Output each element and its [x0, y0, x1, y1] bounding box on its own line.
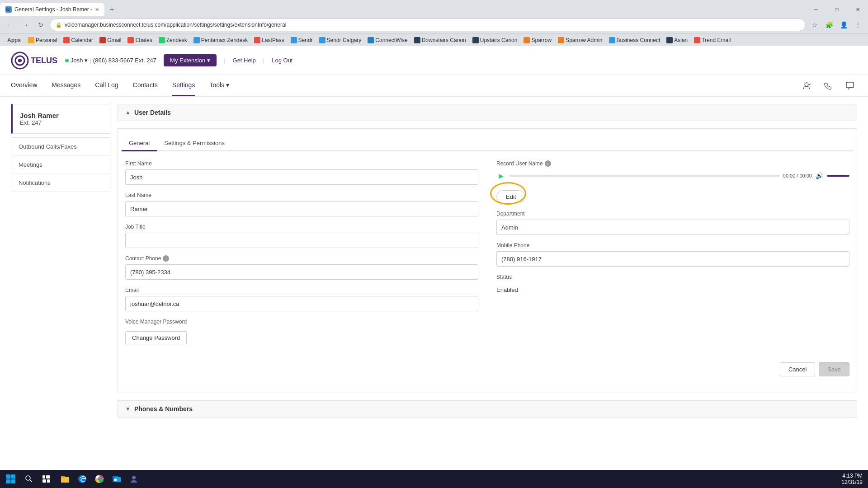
bookmark-ebates[interactable]: Ebates [125, 36, 155, 44]
nav-overview[interactable]: Overview [11, 75, 37, 96]
cancel-button[interactable]: Cancel [780, 362, 815, 376]
play-button[interactable]: ▶ [496, 171, 505, 180]
bookmark-calendar[interactable]: Calendar [61, 36, 96, 44]
nav-settings[interactable]: Settings [172, 75, 195, 96]
contact-phone-group: Contact Phone i [125, 255, 478, 280]
minimize-button[interactable]: ─ [806, 3, 826, 16]
chat-icon [846, 82, 854, 90]
bookmark-zendesk[interactable]: Zendesk [156, 36, 190, 44]
bookmark-lastpass[interactable]: LastPass [251, 36, 287, 44]
volume-icon[interactable]: 🔊 [816, 172, 823, 179]
teams-button[interactable] [126, 471, 142, 487]
my-extension-button[interactable]: My Extension ▾ [164, 54, 217, 66]
start-button[interactable] [2, 470, 20, 488]
chrome-button[interactable] [91, 471, 108, 487]
first-name-input[interactable] [125, 169, 478, 185]
svg-rect-14 [42, 479, 46, 483]
email-label: Email [125, 287, 478, 293]
nav-call-log[interactable]: Call Log [95, 75, 118, 96]
back-button[interactable]: ← [4, 19, 16, 31]
bookmark-personal[interactable]: Personal [25, 36, 60, 44]
separator-2: | [263, 57, 264, 64]
apps-bookmark[interactable]: Apps [4, 36, 24, 44]
sidebar-item-meetings[interactable]: Meetings [11, 156, 110, 174]
browser-tab[interactable]: ⚙ General Settings - Josh Ramer - ✕ [0, 3, 104, 16]
change-password-button[interactable]: Change Password [125, 331, 187, 344]
job-title-input[interactable] [125, 233, 478, 248]
bookmark-pentamax-zendesk[interactable]: Pentamax Zendesk [191, 36, 250, 44]
profile-icon[interactable]: 👤 [837, 19, 850, 31]
bookmark-connectwise[interactable]: ConnectWise [365, 36, 410, 44]
separator-1: | [224, 57, 225, 64]
menu-icon[interactable]: ⋮ [852, 19, 864, 31]
contact-phone-input[interactable] [125, 264, 478, 280]
svg-rect-12 [42, 475, 45, 479]
contacts-icon-button[interactable] [799, 79, 814, 93]
chat-icon-button[interactable] [843, 79, 857, 93]
bookmark-sendr[interactable]: Sendr [288, 36, 316, 44]
bookmark-sparrow-label: Sparrow [531, 37, 552, 43]
bookmark-downstairs-canon[interactable]: Downstairs Canon [411, 36, 469, 44]
page-content: TELUS Josh ▾ | (866) 833-5667 Ext. 247 M… [0, 46, 868, 488]
volume-bar[interactable] [827, 175, 849, 177]
svg-point-10 [26, 476, 30, 480]
progress-bar[interactable] [509, 175, 779, 177]
user-info[interactable]: Josh ▾ | (866) 833-5667 Ext. 247 [65, 57, 156, 64]
bookmark-calendar-label: Calendar [71, 37, 93, 43]
bookmark-sendr-calgary[interactable]: Sendr Calgary [316, 36, 364, 44]
sidebar-item-notifications[interactable]: Notifications [11, 174, 110, 192]
record-user-name-edit-button[interactable]: Edit [496, 190, 525, 203]
bookmark-lastpass-icon [254, 37, 260, 43]
record-user-name-info-icon[interactable]: i [545, 160, 551, 167]
bookmark-sparrow[interactable]: Sparrow [521, 36, 554, 44]
bookmark-upstairs-canon[interactable]: Upstairs Canon [470, 36, 520, 44]
bookmark-sparrow-icon [524, 37, 530, 43]
outlook-button[interactable] [108, 471, 125, 487]
bookmark-aslan[interactable]: Aslan [664, 36, 690, 44]
svg-rect-7 [11, 474, 15, 479]
file-explorer-button[interactable] [57, 471, 73, 487]
contact-phone-info-icon[interactable]: i [163, 255, 169, 262]
save-button: Save [819, 362, 849, 376]
tab-close-button[interactable]: ✕ [95, 7, 99, 13]
task-view-button[interactable] [38, 471, 54, 487]
email-input[interactable] [125, 296, 478, 311]
edge-button[interactable] [74, 471, 90, 487]
search-taskbar-button[interactable] [21, 471, 37, 487]
mobile-phone-input[interactable] [496, 251, 849, 267]
refresh-button[interactable]: ↻ [34, 19, 47, 31]
department-input[interactable] [496, 220, 849, 235]
forward-button[interactable]: → [19, 19, 32, 31]
get-help-link[interactable]: Get Help [233, 57, 256, 64]
nav-contacts[interactable]: Contacts [133, 75, 158, 96]
maximize-button[interactable]: □ [826, 3, 847, 16]
bookmark-gmail[interactable]: Gmail [97, 36, 124, 44]
sidebar-user-ext: Ext. 247 [20, 119, 103, 126]
sidebar-item-outbound-calls[interactable]: Outbound Calls/Faxes [11, 138, 110, 156]
address-bar[interactable]: 🔒 voicemanager.businessconnect.telus.com… [50, 19, 806, 31]
bookmark-trend-email[interactable]: Trend Email [691, 36, 733, 44]
phones-numbers-section[interactable]: ▼ Phones & Numbers [118, 400, 857, 418]
last-name-input[interactable] [125, 201, 478, 216]
star-icon[interactable]: ☆ [808, 19, 821, 31]
extensions-icon[interactable]: 🧩 [823, 19, 835, 31]
nav-messages[interactable]: Messages [52, 75, 80, 96]
bookmark-business-connect[interactable]: Business Connect [606, 36, 663, 44]
tab-general[interactable]: General [122, 136, 157, 151]
bookmark-trend-email-icon [694, 37, 700, 43]
chrome-icon [95, 474, 104, 483]
nav-tools[interactable]: Tools ▾ [209, 75, 229, 96]
new-tab-button[interactable]: + [104, 5, 119, 14]
phone-icon-button[interactable] [821, 79, 835, 93]
close-button[interactable]: ✕ [847, 3, 868, 16]
collapse-icon[interactable]: ▲ [125, 109, 131, 116]
lock-icon: 🔒 [56, 22, 62, 28]
sidebar-user-name: Josh Ramer [20, 112, 103, 119]
my-extension-label: My Extension [170, 57, 205, 64]
bookmark-sparrow-admin[interactable]: Sparrow Admin [555, 36, 605, 44]
form-footer: Cancel Save [122, 353, 853, 385]
tab-settings-permissions[interactable]: Settings & Permissions [157, 136, 232, 151]
svg-text:TELUS: TELUS [31, 56, 57, 65]
phones-collapse-icon[interactable]: ▼ [125, 406, 131, 412]
log-out-link[interactable]: Log Out [272, 57, 292, 64]
